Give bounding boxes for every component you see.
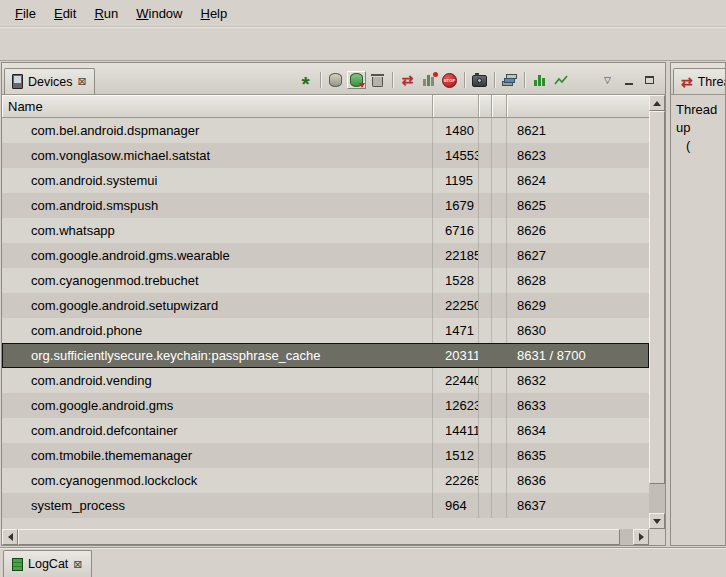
process-row[interactable]: com.android.phone 1471 8630 — [2, 318, 649, 343]
process-port: 8636 — [507, 468, 649, 493]
column-header-heap[interactable] — [492, 95, 507, 117]
process-port: 8637 — [507, 493, 649, 518]
process-port: 8623 — [507, 143, 649, 168]
process-row[interactable]: com.google.android.gms 12623 8633 — [2, 393, 649, 418]
process-heap-cell — [492, 418, 507, 443]
process-port: 8625 — [507, 193, 649, 218]
process-row[interactable]: com.google.android.setupwizard 22250 862… — [2, 293, 649, 318]
process-row[interactable]: org.sufficientlysecure.keychain:passphra… — [2, 343, 649, 368]
update-threads-icon[interactable]: ⇄ — [398, 71, 417, 89]
process-heap-cell — [492, 118, 507, 143]
process-name: com.vonglasow.michael.satstat — [2, 143, 433, 168]
vertical-scrollbar[interactable] — [649, 95, 665, 529]
start-method-profiling-icon[interactable] — [419, 71, 438, 89]
process-heap-cell — [492, 443, 507, 468]
process-status-cell — [479, 143, 492, 168]
horizontal-scroll-track[interactable] — [620, 529, 633, 545]
debug-process-icon[interactable]: * — [296, 71, 315, 89]
dump-hprof-icon[interactable] — [347, 71, 366, 89]
vertical-scroll-thumb[interactable] — [649, 111, 665, 484]
process-row[interactable]: com.vonglasow.michael.satstat 14553 8623 — [2, 143, 649, 168]
maximize-icon[interactable] — [640, 71, 659, 89]
device-table-rows: com.bel.android.dspmanager 1480 8621 com… — [2, 118, 649, 518]
process-pid: 6716 — [433, 218, 479, 243]
process-heap-cell — [492, 343, 507, 368]
threads-icon: ⇄ — [681, 75, 693, 89]
menu-file[interactable]: File — [6, 3, 45, 24]
process-name: com.cyanogenmod.trebuchet — [2, 268, 433, 293]
menu-edit[interactable]: Edit — [45, 3, 85, 24]
tab-logcat[interactable]: LogCat ⊠ — [3, 550, 92, 577]
process-row[interactable]: com.whatsapp 6716 8626 — [2, 218, 649, 243]
menu-run[interactable]: Run — [85, 3, 127, 24]
cause-gc-icon[interactable] — [368, 71, 387, 89]
process-port: 8630 — [507, 318, 649, 343]
process-name: com.android.defcontainer — [2, 418, 433, 443]
process-port: 8624 — [507, 168, 649, 193]
scrollbar-corner — [649, 529, 665, 545]
process-heap-cell — [492, 143, 507, 168]
process-status-cell — [479, 118, 492, 143]
process-row[interactable]: com.android.smspush 1679 8625 — [2, 193, 649, 218]
tab-threads[interactable]: ⇄ Threads ⊠ — [673, 68, 726, 94]
process-name: com.google.android.gms.wearable — [2, 243, 433, 268]
process-row[interactable]: system_process 964 8637 — [2, 493, 649, 518]
process-port: 8628 — [507, 268, 649, 293]
logcat-icon — [12, 558, 23, 571]
process-pid: 22250 — [433, 293, 479, 318]
scroll-up-icon[interactable] — [649, 95, 665, 111]
scroll-down-icon[interactable] — [649, 513, 665, 529]
stop-process-icon[interactable]: STOP — [440, 71, 459, 89]
process-pid: 14411 — [433, 418, 479, 443]
column-header-pid[interactable] — [433, 95, 479, 117]
view-menu-icon[interactable]: ▽ — [598, 71, 617, 89]
process-row[interactable]: com.google.android.gms.wearable 22185 86… — [2, 243, 649, 268]
close-icon[interactable]: ⊠ — [73, 559, 82, 570]
process-pid: 12623 — [433, 393, 479, 418]
update-heap-icon[interactable] — [326, 71, 345, 89]
capture-system-info-icon[interactable] — [500, 71, 519, 89]
process-row[interactable]: com.tmobile.thememanager 1512 8635 — [2, 443, 649, 468]
scroll-right-icon[interactable] — [633, 529, 649, 545]
process-row[interactable]: com.cyanogenmod.lockclock 22265 8636 — [2, 468, 649, 493]
process-pid: 14553 — [433, 143, 479, 168]
start-opengl-trace-icon[interactable] — [530, 71, 549, 89]
tab-threads-label: Threads — [698, 75, 726, 89]
process-port: 8629 — [507, 293, 649, 318]
process-row[interactable]: com.bel.android.dspmanager 1480 8621 — [2, 118, 649, 143]
process-row[interactable]: com.android.vending 22440 8632 — [2, 368, 649, 393]
process-row[interactable]: com.android.systemui 1195 8624 — [2, 168, 649, 193]
process-port: 8632 — [507, 368, 649, 393]
threads-message-line2: ( — [676, 137, 720, 155]
device-icon — [12, 74, 23, 89]
minimize-icon[interactable] — [619, 71, 638, 89]
devices-tabbar: Devices ⊠ * ⇄ STOP — [2, 63, 665, 95]
process-heap-cell — [492, 368, 507, 393]
tab-devices[interactable]: Devices ⊠ — [4, 68, 95, 94]
process-status-cell — [479, 443, 492, 468]
horizontal-scrollbar[interactable] — [2, 529, 649, 545]
column-header-port[interactable] — [507, 95, 649, 117]
column-header-status[interactable] — [479, 95, 492, 117]
menu-help[interactable]: Help — [191, 3, 236, 24]
vertical-scroll-track[interactable] — [649, 484, 665, 513]
process-heap-cell — [492, 393, 507, 418]
process-name: system_process — [2, 493, 433, 518]
close-icon[interactable]: ⊠ — [77, 76, 86, 87]
process-name: com.android.systemui — [2, 168, 433, 193]
horizontal-scroll-thumb[interactable] — [18, 529, 620, 545]
scroll-left-icon[interactable] — [2, 529, 18, 545]
network-stats-icon[interactable] — [551, 71, 570, 89]
threads-message: Thread up ( — [671, 95, 725, 161]
process-port: 8621 — [507, 118, 649, 143]
menu-window[interactable]: Window — [127, 3, 191, 24]
process-status-cell — [479, 193, 492, 218]
screen-capture-icon[interactable] — [470, 71, 489, 89]
tab-logcat-label: LogCat — [28, 557, 68, 571]
process-pid: 1195 — [433, 168, 479, 193]
process-row[interactable]: com.android.defcontainer 14411 8634 — [2, 418, 649, 443]
column-header-name[interactable]: Name — [2, 95, 433, 117]
process-row[interactable]: com.cyanogenmod.trebuchet 1528 8628 — [2, 268, 649, 293]
process-port: 8634 — [507, 418, 649, 443]
threads-panel: ⇄ Threads ⊠ Thread up ( — [670, 62, 726, 546]
